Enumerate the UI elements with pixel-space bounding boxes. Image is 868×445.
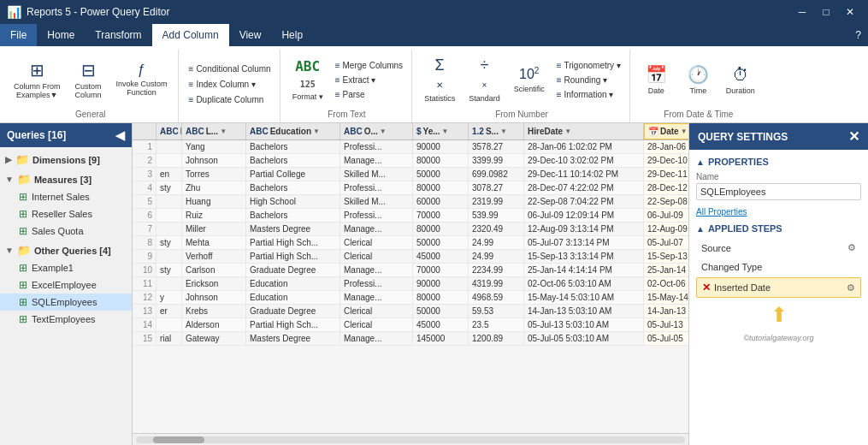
step-source-gear-icon[interactable]: ⚙ [847,242,856,253]
table-row[interactable]: 1YangBachelorsProfessi...900003578.2728-… [133,140,688,154]
information-button[interactable]: ≡ Information ▾ [553,88,624,101]
table-row[interactable]: 13erKrebsGraduate DegreeClerical5000059.… [133,305,688,318]
table-row[interactable]: 2JohnsonBachelorsManage...800003399.9929… [133,154,688,168]
scrollbar-thumb[interactable] [153,436,204,443]
table-row[interactable]: 14AldersonPartial High Sch...Clerical450… [133,318,688,332]
step-inserted-date[interactable]: ✕ Inserted Date ⚙ [696,277,861,298]
scrollbar-track[interactable] [136,436,685,443]
settings-body: ▲ PROPERTIES Name SQLEmployees All Prope… [689,150,868,445]
grid-col-hiredate[interactable]: HireDate ▼ [524,123,644,139]
settings-close-button[interactable]: ✕ [848,128,859,145]
table-cell: Partial High Sch... [246,250,340,263]
column-from-examples-button[interactable]: ⊞ Column FromExamples▼ [9,56,66,103]
grid-body: 1YangBachelorsProfessi...900003578.2728-… [133,140,688,433]
rounding-button[interactable]: ≡ Rounding ▾ [553,74,624,86]
horizontal-scrollbar[interactable] [133,433,688,445]
table-cell: Masters Degree [246,332,340,345]
query-item-reseller-sales[interactable]: ⊞ Reseller Sales [0,205,132,222]
conditional-column-button[interactable]: ≡ Conditional Column [186,62,275,75]
menu-view[interactable]: View [229,24,272,46]
name-value[interactable]: SQLEmployees [696,183,861,200]
menu-home[interactable]: Home [37,24,85,46]
table-cell: 2 [133,154,156,167]
applied-steps-title: ▲ APPLIED STEPS [696,223,861,234]
table-cell: Bachelors [246,140,340,153]
all-properties-link[interactable]: All Properties [696,207,861,217]
table-row[interactable]: 9VerhoffPartial High Sch...Clerical45000… [133,250,688,264]
date-button[interactable]: 📅 Date [637,61,676,98]
menu-file[interactable]: File [0,24,37,46]
query-item-sales-quota[interactable]: ⊞ Sales Quota [0,222,132,240]
time-icon: 🕐 [688,64,709,85]
table-row[interactable]: 3enTorresPartial CollegeSkilled M...5000… [133,168,688,181]
table-row[interactable]: 7MillerMasters DegreeManage...800002320.… [133,222,688,236]
table-row[interactable]: 5HuangHigh SchoolSkilled M...600002319.9… [133,195,688,209]
standard-button[interactable]: ÷× Standard [464,53,505,106]
grid-col-s[interactable]: 1.2 S... ▼ [469,123,524,139]
table-row[interactable]: 4styZhuBachelorsProfessi...800003078.272… [133,181,688,195]
format-button[interactable]: ABC125 Format ▾ [287,55,328,104]
table-row[interactable]: 8styMehtaPartial High Sch...Clerical5000… [133,236,688,250]
index-column-button[interactable]: ≡ Index Column ▾ [186,78,259,91]
table-cell: 05-Jul-05 5:03:10 AM [524,332,644,345]
query-group-other-header[interactable]: ▼ 📁 Other Queries [4] [0,241,132,259]
trigonometry-button[interactable]: ≡ Trigonometry ▾ [553,59,624,72]
grid-header: ABC F... ▼ ABC L... ▼ ABC Education ▼ AB… [133,123,688,140]
query-item-excel-employee[interactable]: ⊞ ExcelEmployee [0,276,132,294]
query-group-dimensions-header[interactable]: ▶ 📁 Dimensions [9] [0,151,132,169]
parse-button[interactable]: ≡ Parse [332,88,406,101]
table-row[interactable]: 10styCarlsonGraduate DegreeManage...7000… [133,264,688,277]
step-changed-type[interactable]: Changed Type [696,258,861,276]
invoke-custom-function-button[interactable]: ƒ Invoke CustomFunction [111,59,173,100]
extract-button[interactable]: ≡ Extract ▾ [332,74,406,86]
menu-help[interactable]: Help [271,24,313,46]
table-cell: 45000 [413,318,469,331]
menu-add-column[interactable]: Add Column [152,24,229,46]
table-cell: 4319.99 [469,277,524,290]
col-date-icon: 📅 [648,127,658,136]
query-item-sql-employees[interactable]: ⊞ SQLEmployees [0,294,132,311]
merge-columns-button[interactable]: ≡ Merge Columns [332,59,406,72]
main-area: Queries [16] ◀ ▶ 📁 Dimensions [9] ▼ 📁 Me… [0,123,868,445]
queries-header: Queries [16] ◀ [0,123,132,147]
duration-button[interactable]: ⏱ Duration [721,62,760,98]
step-source[interactable]: Source ⚙ [696,239,861,257]
applied-steps-section: ▲ APPLIED STEPS Source ⚙ Changed Type [696,223,861,330]
menu-transform[interactable]: Transform [85,24,151,46]
step-inserted-date-x-icon[interactable]: ✕ [702,282,711,294]
table-row[interactable]: 12yJohnsonEducationManage...800004968.59… [133,291,688,305]
close-button[interactable]: ✕ [839,3,861,21]
queries-collapse-button[interactable]: ◀ [115,128,125,142]
grid-col-ye[interactable]: $ Ye... ▼ [413,123,469,139]
query-item-text-employees[interactable]: ⊞ TextEmployees [0,311,132,328]
time-button[interactable]: 🕐 Time [679,61,717,98]
grid-col-l[interactable]: ABC L... ▼ [182,123,246,139]
duplicate-column-button[interactable]: ≡ Duplicate Column [186,93,268,106]
table-cell: Professi... [340,209,413,222]
query-item-internet-sales[interactable]: ⊞ Internet Sales [0,188,132,205]
minimize-button[interactable]: ─ [791,3,813,21]
table-cell: 50000 [413,168,469,181]
grid-col-date[interactable]: 📅 Date ▼ [644,123,688,139]
statistics-button[interactable]: Σ✕ Statistics [419,53,460,106]
settings-title: QUERY SETTINGS [698,131,788,143]
table-cell: 59.53 [469,305,524,317]
query-item-example1[interactable]: ⊞ Example1 [0,259,132,276]
table-cell: Professi... [340,277,413,290]
query-group-measures-header[interactable]: ▼ 📁 Measures [3] [0,170,132,188]
step-inserted-date-left: ✕ Inserted Date [702,282,771,294]
extract-icon: ≡ [335,75,340,85]
step-inserted-date-gear-icon[interactable]: ⚙ [847,282,855,294]
table-row[interactable]: 11EricksonEducationProfessi...900004319.… [133,277,688,291]
grid-col-education[interactable]: ABC Education ▼ [246,123,340,139]
custom-column-button[interactable]: ⊟ CustomColumn [69,56,108,103]
table-row[interactable]: 6RuizBachelorsProfessi...70000539.9906-J… [133,209,688,222]
scientific-button[interactable]: 102 Scientific [509,62,550,96]
table-cell: Huang [182,195,246,208]
table-row[interactable]: 15rialGatewayMasters DegreeManage...1450… [133,332,688,346]
table-cell: sty [156,236,182,249]
grid-col-f[interactable]: ABC F... ▼ [156,123,182,139]
table-cell: Partial High Sch... [246,236,340,249]
maximize-button[interactable]: □ [815,3,837,21]
grid-col-occ[interactable]: ABC O... ▼ [340,123,413,139]
